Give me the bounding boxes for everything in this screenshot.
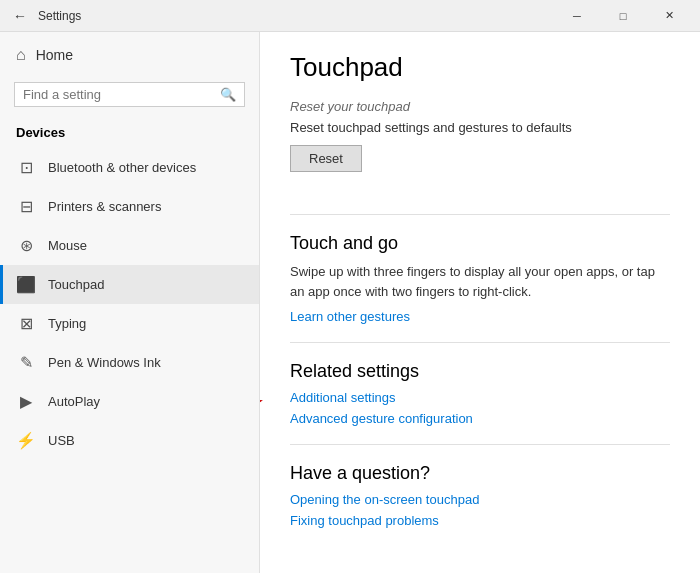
content-area: Touchpad Reset your touchpad Reset touch… <box>260 32 700 573</box>
search-icon: 🔍 <box>220 87 236 102</box>
sidebar-item-label: AutoPlay <box>48 394 100 409</box>
sidebar-item-autoplay[interactable]: ▶ AutoPlay <box>0 382 259 421</box>
usb-icon: ⚡ <box>16 431 36 450</box>
typing-icon: ⊠ <box>16 314 36 333</box>
reset-subtitle: Reset your touchpad <box>290 99 670 114</box>
related-settings-header: Related settings <box>290 361 670 382</box>
reset-description: Reset touchpad settings and gestures to … <box>290 120 670 135</box>
sidebar-item-touchpad[interactable]: ⬛ Touchpad <box>0 265 259 304</box>
autoplay-icon: ▶ <box>16 392 36 411</box>
sidebar: ⌂ Home 🔍 Devices ⊡ Bluetooth & other dev… <box>0 32 260 573</box>
sidebar-item-label: USB <box>48 433 75 448</box>
maximize-button[interactable]: □ <box>600 0 646 32</box>
sidebar-item-label: Pen & Windows Ink <box>48 355 161 370</box>
touch-go-header: Touch and go <box>290 233 670 254</box>
home-icon: ⌂ <box>16 46 26 64</box>
sidebar-item-usb[interactable]: ⚡ USB <box>0 421 259 460</box>
touch-go-description: Swipe up with three fingers to display a… <box>290 262 670 301</box>
related-settings-section: Related settings Additional settings Adv… <box>290 361 670 426</box>
minimize-button[interactable]: ─ <box>554 0 600 32</box>
app-body: ⌂ Home 🔍 Devices ⊡ Bluetooth & other dev… <box>0 32 700 573</box>
sidebar-item-label: Mouse <box>48 238 87 253</box>
titlebar: ← Settings ─ □ ✕ <box>0 0 700 32</box>
sidebar-item-label: Touchpad <box>48 277 104 292</box>
sidebar-item-typing[interactable]: ⊠ Typing <box>0 304 259 343</box>
page-title: Touchpad <box>290 52 670 83</box>
on-screen-touchpad-link[interactable]: Opening the on-screen touchpad <box>290 492 670 507</box>
arrow-annotation <box>260 381 290 441</box>
sidebar-item-bluetooth[interactable]: ⊡ Bluetooth & other devices <box>0 148 259 187</box>
additional-settings-link[interactable]: Additional settings <box>290 390 670 405</box>
divider-2 <box>290 342 670 343</box>
fixing-touchpad-link[interactable]: Fixing touchpad problems <box>290 513 670 528</box>
touchpad-icon: ⬛ <box>16 275 36 294</box>
advanced-gesture-link[interactable]: Advanced gesture configuration <box>290 411 670 426</box>
search-input[interactable] <box>23 87 220 102</box>
sidebar-item-label: Printers & scanners <box>48 199 161 214</box>
sidebar-item-mouse[interactable]: ⊛ Mouse <box>0 226 259 265</box>
question-header: Have a question? <box>290 463 670 484</box>
pen-icon: ✎ <box>16 353 36 372</box>
sidebar-item-label: Typing <box>48 316 86 331</box>
mouse-icon: ⊛ <box>16 236 36 255</box>
bluetooth-icon: ⊡ <box>16 158 36 177</box>
sidebar-item-home[interactable]: ⌂ Home <box>0 32 259 78</box>
learn-gestures-link[interactable]: Learn other gestures <box>290 309 670 324</box>
close-button[interactable]: ✕ <box>646 0 692 32</box>
printers-icon: ⊟ <box>16 197 36 216</box>
divider-1 <box>290 214 670 215</box>
divider-3 <box>290 444 670 445</box>
window-controls: ─ □ ✕ <box>554 0 692 32</box>
reset-button[interactable]: Reset <box>290 145 362 172</box>
titlebar-title: Settings <box>38 9 554 23</box>
sidebar-section-label: Devices <box>0 119 259 148</box>
sidebar-item-label: Bluetooth & other devices <box>48 160 196 175</box>
sidebar-item-pen[interactable]: ✎ Pen & Windows Ink <box>0 343 259 382</box>
sidebar-item-printers[interactable]: ⊟ Printers & scanners <box>0 187 259 226</box>
sidebar-home-label: Home <box>36 47 73 63</box>
search-box[interactable]: 🔍 <box>14 82 245 107</box>
back-button[interactable]: ← <box>8 4 32 28</box>
